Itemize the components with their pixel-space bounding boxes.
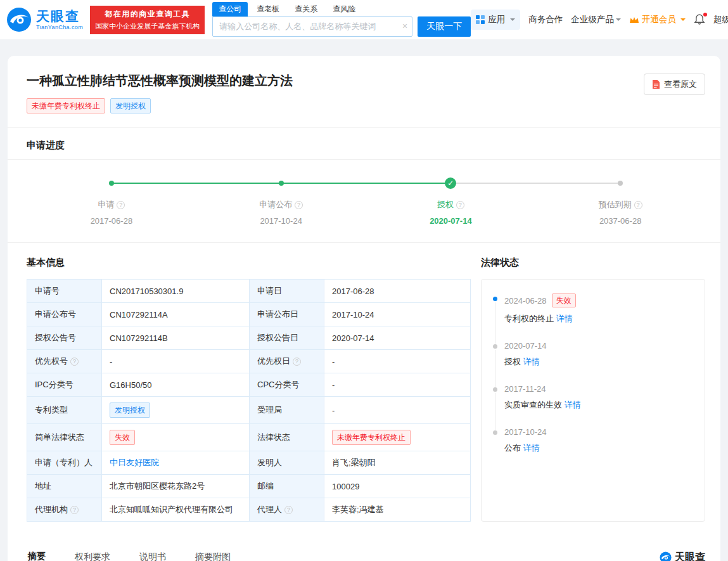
progress-timeline: 申请? 2017-06-28 申请公布? 2017-10-24 ✓ 授权? 20… bbox=[8, 160, 720, 243]
info-value: CN201710530301.9 bbox=[102, 280, 250, 303]
search-button[interactable]: 天眼一下 bbox=[418, 16, 471, 37]
help-icon[interactable]: ? bbox=[293, 358, 301, 366]
help-icon[interactable]: ? bbox=[117, 201, 125, 209]
timeline-dot-icon bbox=[493, 344, 497, 349]
legal-status-item: 2020-07-14 授权 详情 bbox=[493, 341, 693, 384]
notification-badge bbox=[703, 13, 707, 16]
content-tabs-bar: 摘要权利要求说明书摘要附图 天眼查 bbox=[8, 539, 720, 561]
info-label: 专利类型 bbox=[27, 397, 102, 424]
info-label: 申请公布号 bbox=[27, 303, 102, 326]
info-value: CN107292114A bbox=[102, 303, 250, 326]
check-icon: ✓ bbox=[445, 177, 456, 189]
info-label: 优先权日? bbox=[250, 350, 324, 373]
tianyancha-eye-icon bbox=[6, 7, 32, 32]
patent-status-tag: 未缴年费专利权终止 bbox=[27, 98, 105, 113]
content-tab-abstract-figure[interactable]: 摘要附图 bbox=[194, 546, 232, 561]
info-row: 申请公布号CN107292114A申请公布日2017-10-24 bbox=[27, 303, 471, 326]
detail-link[interactable]: 详情 bbox=[523, 443, 540, 453]
search-tab-risk[interactable]: 查风险 bbox=[326, 2, 362, 16]
legal-item-desc: 公布 详情 bbox=[504, 442, 693, 454]
info-label: 申请日 bbox=[250, 280, 324, 303]
progress-step: 预估到期? 2037-06-28 bbox=[535, 177, 705, 226]
detail-link[interactable]: 详情 bbox=[556, 314, 573, 323]
info-value: G16H50/50 bbox=[102, 373, 250, 397]
notification-bell-icon[interactable] bbox=[694, 14, 705, 25]
timeline-dot-icon bbox=[493, 430, 497, 435]
view-original-button[interactable]: 查看原文 bbox=[644, 74, 705, 95]
info-label: 代理人? bbox=[250, 498, 324, 522]
section-title-progress: 申请进度 bbox=[27, 139, 701, 152]
help-icon[interactable]: ? bbox=[70, 506, 79, 514]
search-input[interactable] bbox=[212, 16, 412, 37]
search-tab-company[interactable]: 查公司 bbox=[212, 2, 248, 16]
progress-step-label: 预估到期? bbox=[535, 199, 705, 210]
title-block: 一种孤立性肺结节恶性概率预测模型的建立方法 未缴年费专利权终止发明授权 查看原文 bbox=[8, 56, 720, 128]
progress-step-label: 授权? bbox=[366, 199, 536, 210]
info-label: 申请公布日 bbox=[250, 303, 324, 326]
vip-button[interactable]: 开通会员 bbox=[629, 14, 686, 25]
info-value: 肖飞;梁朝阳 bbox=[324, 451, 471, 475]
progress-step-date: 2037-06-28 bbox=[535, 216, 705, 226]
legal-item-desc: 实质审查的生效 详情 bbox=[504, 399, 693, 411]
basic-info-table: 申请号CN201710530301.9申请日2017-06-28申请公布号CN1… bbox=[27, 279, 471, 522]
search-tabs: 查公司查老板查关系查风险 bbox=[212, 3, 471, 16]
content-tab-abstract[interactable]: 摘要 bbox=[27, 546, 47, 561]
legal-status-item: 2017-10-24 公布 详情 bbox=[493, 427, 693, 470]
info-value: 李芙蓉;冯建基 bbox=[324, 498, 471, 522]
info-value: - bbox=[324, 397, 471, 424]
info-row: 授权公告号CN107292114B授权公告日2020-07-14 bbox=[27, 326, 471, 350]
help-icon[interactable]: ? bbox=[456, 201, 464, 209]
legal-item-date: 2017-11-24 bbox=[504, 384, 693, 394]
info-row: IPC分类号G16H50/50CPC分类号- bbox=[27, 373, 471, 397]
info-row: 代理机构?北京知呱呱知识产权代理有限公司代理人?李芙蓉;冯建基 bbox=[27, 498, 471, 522]
info-label: 邮编 bbox=[250, 475, 324, 498]
content-tab-description[interactable]: 说明书 bbox=[138, 546, 167, 561]
applicant-link[interactable]: 中日友好医院 bbox=[110, 458, 159, 467]
search-tab-boss[interactable]: 查老板 bbox=[250, 2, 286, 16]
legal-item-desc: 授权 详情 bbox=[504, 356, 693, 368]
clear-icon[interactable]: × bbox=[402, 21, 407, 31]
info-section: 基本信息 申请号CN201710530301.9申请日2017-06-28申请公… bbox=[8, 243, 720, 539]
progress-step-label: 申请? bbox=[27, 199, 196, 210]
info-value: - bbox=[324, 350, 471, 373]
detail-link[interactable]: 详情 bbox=[523, 357, 540, 366]
nav-enterprise-product[interactable]: 企业级产品 bbox=[571, 14, 621, 25]
detail-link[interactable]: 详情 bbox=[565, 400, 581, 409]
chevron-down-icon bbox=[680, 18, 686, 23]
section-title-legal-status: 法律状态 bbox=[481, 257, 705, 269]
status-tag: 发明授权 bbox=[110, 403, 150, 418]
help-icon[interactable]: ? bbox=[284, 506, 293, 514]
info-value: 中日友好医院 bbox=[102, 451, 250, 475]
app-menu-button[interactable]: 应用 bbox=[471, 10, 520, 30]
search-tab-relation[interactable]: 查关系 bbox=[288, 2, 324, 16]
info-label: 受理局 bbox=[250, 397, 324, 424]
help-icon[interactable]: ? bbox=[295, 201, 303, 209]
nav-super-risk[interactable]: 超级风... bbox=[713, 14, 728, 25]
help-icon[interactable]: ? bbox=[634, 201, 642, 209]
info-row: 专利类型发明授权受理局- bbox=[27, 397, 471, 424]
app-menu-label: 应用 bbox=[488, 14, 505, 25]
nav-business-cooperation[interactable]: 商务合作 bbox=[528, 14, 563, 25]
content-tab-claims[interactable]: 权利要求 bbox=[73, 546, 112, 561]
vip-label: 开通会员 bbox=[642, 14, 676, 25]
info-value: 2017-06-28 bbox=[324, 280, 471, 303]
info-value: 发明授权 bbox=[102, 397, 250, 424]
promo-line2: 国家中小企业发展子基金旗下机构 bbox=[95, 22, 200, 31]
info-value: 北京知呱呱知识产权代理有限公司 bbox=[102, 498, 250, 522]
info-value: 失效 bbox=[102, 424, 250, 451]
info-value: 未缴年费专利权终止 bbox=[324, 424, 471, 451]
info-label: 授权公告号 bbox=[27, 326, 102, 350]
page-title: 一种孤立性肺结节恶性概率预测模型的建立方法 bbox=[27, 72, 293, 89]
top-header: 天眼查 TianYanCha.com 都在用的商业查询工具 国家中小企业发展子基… bbox=[0, 0, 728, 39]
legal-item-date: 2020-07-14 bbox=[504, 341, 693, 351]
info-row: 简单法律状态失效法律状态未缴年费专利权终止 bbox=[27, 424, 471, 451]
site-logo[interactable]: 天眼查 TianYanCha.com bbox=[6, 7, 83, 32]
info-row: 地址北京市朝阳区樱花东路2号邮编100029 bbox=[27, 475, 471, 498]
help-icon[interactable]: ? bbox=[70, 358, 79, 366]
tianyancha-eye-icon bbox=[660, 551, 672, 561]
legal-item-desc: 专利权的终止 详情 bbox=[504, 313, 693, 325]
search-area: 查公司查老板查关系查风险 × 天眼一下 bbox=[212, 3, 471, 37]
chevron-down-icon bbox=[616, 18, 621, 23]
view-original-label: 查看原文 bbox=[664, 79, 697, 90]
info-label: IPC分类号 bbox=[27, 373, 102, 397]
